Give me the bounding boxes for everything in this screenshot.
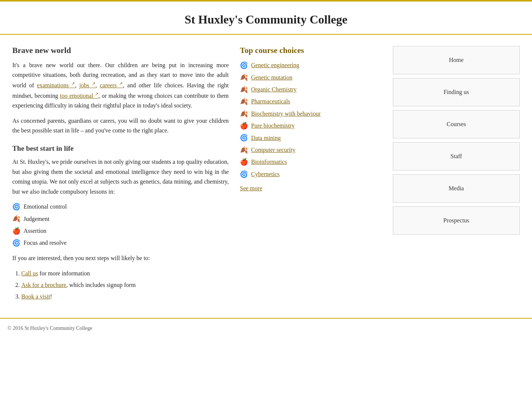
link-too-emotional[interactable]: too emotional (60, 93, 98, 99)
sidebar-item-home[interactable]: Home (393, 46, 520, 74)
list-item: Call us for more information (21, 268, 229, 278)
item-text: Focus and resolve (24, 238, 67, 247)
course-item: 🍂 Computer security (240, 145, 382, 155)
course-link[interactable]: Biochemistry with behaviour (251, 109, 321, 118)
course-link[interactable]: Pure biochemistry (251, 121, 295, 130)
top-courses-heading: Top course choices (240, 46, 382, 55)
next-steps-intro: If you are interested, then you next ste… (12, 253, 229, 263)
next-steps-list: Call us for more information Ask for a b… (12, 268, 229, 302)
course-item: 🌀 Data mining (240, 133, 382, 143)
course-icon: 🍎 (240, 157, 248, 167)
course-link[interactable]: Genetic engineering (251, 61, 299, 70)
course-item: 🍂 Organic Chemistry (240, 85, 382, 94)
compulsory-list: 🌀 Emotional control 🍂 Judgement 🍎 Assert… (12, 202, 229, 248)
course-link[interactable]: Data mining (251, 134, 281, 143)
list-item: Ask for a brochure, which includes signu… (21, 280, 229, 290)
item-text: Emotional control (24, 202, 67, 211)
course-item: 🍎 Pure biochemistry (240, 121, 382, 131)
list-item: Book a visit! (21, 291, 229, 302)
section2-para1: At St. Huxley's, we pride ourselves in n… (12, 157, 229, 197)
item-text: Assertion (24, 227, 46, 235)
icon-judgement: 🍂 (12, 214, 21, 224)
course-item: 🌀 Genetic engineering (240, 60, 382, 70)
course-icon: 🍂 (240, 109, 248, 119)
item-text: Judgement (24, 215, 49, 224)
top-courses-section: Top course choices 🌀 Genetic engineering… (240, 46, 382, 307)
course-icon: 🍂 (240, 72, 248, 82)
course-link[interactable]: Bioinformatics (251, 157, 287, 166)
link-call-us[interactable]: Call us (21, 270, 38, 277)
course-icon: 🌀 (240, 133, 248, 143)
site-footer: © 2016 St Huxley's Community College (0, 318, 532, 338)
list-item: 🍎 Assertion (12, 226, 229, 236)
see-more-link[interactable]: See more (240, 185, 262, 191)
course-link[interactable]: Pharmaceuticals (251, 97, 290, 106)
section1-para2: As concerned parents, guardians or carer… (12, 116, 229, 136)
section2-heading: The best start in life (12, 144, 229, 153)
link-examinations[interactable]: examinations (37, 82, 75, 88)
sidebar-item-media[interactable]: Media (393, 174, 520, 203)
link-brochure[interactable]: Ask for a brochure (21, 282, 66, 288)
section-brave-new-world: Brave new world It's a brave new world o… (12, 46, 229, 135)
course-item: 🍂 Genetic mutation (240, 72, 382, 82)
icon-emotional: 🌀 (12, 202, 21, 212)
sidebar-nav: Home Finding us Courses Staff Media Pros… (393, 46, 520, 307)
course-icon: 🍂 (240, 97, 248, 106)
sidebar-item-finding-us[interactable]: Finding us (393, 78, 520, 106)
course-link[interactable]: Genetic mutation (251, 73, 292, 82)
main-content: Brave new world It's a brave new world o… (12, 46, 229, 307)
section1-heading: Brave new world (12, 46, 229, 55)
course-list: 🌀 Genetic engineering 🍂 Genetic mutation… (240, 60, 382, 179)
link-jobs[interactable]: jobs (79, 82, 96, 88)
course-link[interactable]: Cybernetics (251, 170, 279, 179)
list-item: 🌀 Focus and resolve (12, 238, 229, 248)
course-item: 🍎 Bioinformatics (240, 157, 382, 167)
list-item: 🍂 Judgement (12, 214, 229, 224)
footer-text: © 2016 St Huxley's Community College (7, 325, 92, 331)
link-book-visit[interactable]: Book a visit (21, 293, 50, 300)
site-header: St Huxley's Community College (0, 1, 532, 35)
course-item: 🍂 Pharmaceuticals (240, 97, 382, 106)
icon-focus: 🌀 (12, 238, 21, 248)
section1-para1: It's a brave new world out there. Our ch… (12, 60, 229, 111)
course-item: 🌀 Cybernetics (240, 169, 382, 179)
link-careers[interactable]: careers (100, 82, 123, 88)
sidebar-item-prospectus[interactable]: Prospectus (393, 206, 520, 235)
course-icon: 🍂 (240, 145, 248, 155)
list-item: 🌀 Emotional control (12, 202, 229, 212)
section-best-start: The best start in life At St. Huxley's, … (12, 144, 229, 302)
course-icon: 🌀 (240, 169, 248, 179)
course-item: 🍂 Biochemistry with behaviour (240, 109, 382, 119)
course-icon: 🍎 (240, 121, 248, 131)
sidebar-item-courses[interactable]: Courses (393, 110, 520, 138)
course-icon: 🍂 (240, 85, 248, 94)
sidebar-item-staff[interactable]: Staff (393, 142, 520, 171)
course-icon: 🌀 (240, 60, 248, 70)
icon-assertion: 🍎 (12, 226, 21, 236)
course-link[interactable]: Organic Chemistry (251, 85, 297, 94)
course-link[interactable]: Computer security (251, 146, 295, 154)
site-title: St Huxley's Community College (7, 13, 525, 26)
